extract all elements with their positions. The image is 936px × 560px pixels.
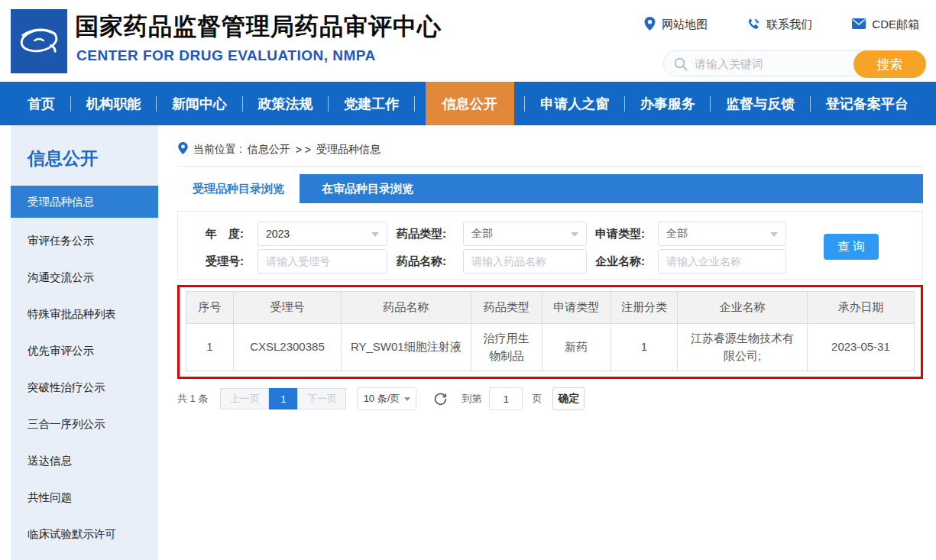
nav-divider bbox=[624, 96, 625, 112]
page-number-1[interactable]: 1 bbox=[269, 388, 297, 409]
nav-item-applicant-window[interactable]: 申请人之窗 bbox=[536, 82, 614, 125]
phone-icon bbox=[747, 18, 760, 33]
sidebar-item-special-approval[interactable]: 特殊审批品种列表 bbox=[11, 296, 158, 332]
col-header-index: 序号 bbox=[186, 292, 234, 324]
apply-type-select[interactable]: 全部 bbox=[658, 222, 786, 246]
tab-accepted-catalog[interactable]: 受理品种目录浏览 bbox=[177, 174, 300, 203]
nav-divider bbox=[328, 96, 329, 112]
nav-item-home[interactable]: 首页 bbox=[23, 82, 60, 125]
cde-mail-link[interactable]: CDE邮箱 bbox=[852, 18, 919, 32]
year-label: 年 度: bbox=[206, 222, 244, 246]
total-count-text: 共 1 条 bbox=[177, 392, 208, 406]
next-page-button[interactable]: 下一页 bbox=[297, 388, 346, 409]
cell-drug-name: RY_SW01细胞注射液 bbox=[341, 324, 471, 371]
search-bar: 搜索 bbox=[663, 50, 926, 76]
search-button[interactable]: 搜索 bbox=[853, 50, 926, 78]
sidebar-item-review-tasks[interactable]: 审评任务公示 bbox=[11, 222, 158, 259]
cell-date: 2023-05-31 bbox=[807, 324, 914, 371]
col-header-company: 企业名称 bbox=[678, 292, 808, 324]
year-value: 2023 bbox=[266, 228, 290, 240]
col-header-date: 承办日期 bbox=[807, 292, 914, 324]
breadcrumb-separator: > > bbox=[296, 144, 311, 156]
chevron-down-icon bbox=[770, 232, 778, 237]
goto-page-input[interactable] bbox=[489, 387, 523, 410]
sidebar-item-breakthrough-therapy[interactable]: 突破性治疗公示 bbox=[11, 369, 158, 406]
nav-item-functions[interactable]: 机构职能 bbox=[82, 82, 146, 125]
sidebar-item-communication[interactable]: 沟通交流公示 bbox=[11, 259, 158, 296]
sitemap-link[interactable]: 网站地图 bbox=[644, 17, 708, 33]
confirm-button[interactable]: 确定 bbox=[552, 387, 585, 410]
search-icon bbox=[674, 57, 688, 74]
logo-swoosh-icon bbox=[17, 21, 61, 62]
col-header-apply-type: 申请类型 bbox=[542, 292, 611, 324]
col-header-accept-no: 受理号 bbox=[233, 292, 341, 324]
nav-item-registration-platform[interactable]: 登记备案平台 bbox=[821, 82, 913, 125]
page-size-select[interactable]: 10 条/页 bbox=[357, 387, 416, 410]
drug-name-field-wrap bbox=[463, 249, 587, 274]
sidebar-item-common-issues[interactable]: 共性问题 bbox=[11, 479, 158, 516]
sidebar: 信息公开 受理品种信息 审评任务公示 沟通交流公示 特殊审批品种列表 优先审评公… bbox=[11, 125, 158, 560]
chevron-down-icon bbox=[571, 232, 578, 237]
breadcrumb-link-info-disclosure[interactable]: 信息公开 bbox=[248, 143, 290, 157]
sidebar-item-priority-review[interactable]: 优先审评公示 bbox=[11, 332, 158, 369]
nav-item-party[interactable]: 党建工作 bbox=[339, 82, 403, 125]
site-header: 国家药品监督管理局药品审评中心 CENTER FOR DRUG EVALUATI… bbox=[0, 0, 936, 82]
sidebar-item-accepted-varieties[interactable]: 受理品种信息 bbox=[11, 186, 158, 218]
prev-page-button[interactable]: 上一页 bbox=[220, 388, 269, 409]
drug-name-input[interactable] bbox=[471, 255, 578, 267]
drug-type-select[interactable]: 全部 bbox=[463, 222, 587, 246]
nav-divider bbox=[710, 96, 711, 112]
mail-icon bbox=[852, 18, 866, 31]
refresh-button[interactable] bbox=[433, 392, 448, 406]
annotation-highlight: 序号 受理号 药品名称 药品类型 申请类型 注册分类 企业名称 承办日期 1 C… bbox=[177, 285, 923, 379]
company-field-wrap bbox=[658, 249, 786, 274]
cell-accept-no: CXSL2300385 bbox=[233, 324, 341, 371]
main-content: 当前位置 : 信息公开 > > 受理品种信息 受理品种目录浏览 在审品种目录浏览… bbox=[177, 125, 923, 410]
main-nav: 首页 机构职能 新闻中心 政策法规 党建工作 信息公开 申请人之窗 办事服务 监… bbox=[0, 82, 936, 125]
company-input[interactable] bbox=[666, 255, 778, 267]
cell-drug-type: 治疗用生物制品 bbox=[471, 324, 542, 371]
cell-apply-type: 新药 bbox=[542, 324, 611, 371]
nav-item-news[interactable]: 新闻中心 bbox=[167, 82, 232, 125]
breadcrumb-link-accepted-varieties[interactable]: 受理品种信息 bbox=[316, 143, 381, 157]
table-row[interactable]: 1 CXSL2300385 RY_SW01细胞注射液 治疗用生物制品 新药 1 … bbox=[186, 324, 915, 371]
header-quick-links: 网站地图 联系我们 CDE邮箱 bbox=[644, 17, 919, 33]
col-header-reg-class: 注册分类 bbox=[611, 292, 678, 324]
site-title: 国家药品监督管理局药品审评中心 bbox=[75, 11, 442, 43]
sidebar-item-clinical-trial-license[interactable]: 临床试验默示许可 bbox=[11, 516, 158, 552]
tab-bar: 受理品种目录浏览 在审品种目录浏览 bbox=[177, 174, 923, 203]
year-select[interactable]: 2023 bbox=[257, 222, 387, 246]
sidebar-item-delivery-info[interactable]: 送达信息 bbox=[11, 442, 158, 479]
accept-no-field-wrap bbox=[257, 249, 387, 274]
apply-type-label: 申请类型: bbox=[595, 222, 645, 246]
cell-company: 江苏睿源生物技术有限公司; bbox=[678, 324, 808, 371]
company-label: 企业名称: bbox=[595, 249, 645, 274]
location-pin-icon bbox=[178, 142, 188, 157]
cde-logo[interactable] bbox=[11, 9, 67, 73]
nav-item-services[interactable]: 办事服务 bbox=[636, 82, 700, 125]
map-pin-icon bbox=[644, 17, 656, 33]
sidebar-item-three-in-one[interactable]: 三合一序列公示 bbox=[11, 406, 158, 442]
tab-under-review-catalog[interactable]: 在审品种目录浏览 bbox=[300, 174, 436, 203]
col-header-drug-name: 药品名称 bbox=[341, 292, 471, 324]
breadcrumb: 当前位置 : 信息公开 > > 受理品种信息 bbox=[177, 125, 923, 167]
sidebar-menu: 受理品种信息 审评任务公示 沟通交流公示 特殊审批品种列表 优先审评公示 突破性… bbox=[11, 186, 158, 552]
drug-type-value: 全部 bbox=[471, 227, 493, 241]
query-button[interactable]: 查 询 bbox=[824, 234, 879, 260]
accept-no-label: 受理号: bbox=[206, 249, 244, 274]
cell-index: 1 bbox=[186, 324, 234, 371]
site-subtitle: CENTER FOR DRUG EVALUATION, NMPA bbox=[76, 47, 376, 64]
nav-item-supervision[interactable]: 监督与反馈 bbox=[721, 82, 799, 125]
nav-divider bbox=[524, 96, 525, 112]
nav-item-info-disclosure[interactable]: 信息公开 bbox=[426, 82, 514, 125]
nav-divider bbox=[156, 96, 157, 112]
nav-item-policies[interactable]: 政策法规 bbox=[254, 82, 318, 125]
accept-no-input[interactable] bbox=[266, 255, 379, 267]
contact-link[interactable]: 联系我们 bbox=[747, 18, 812, 33]
sidebar-title: 信息公开 bbox=[11, 125, 158, 170]
cde-mail-label: CDE邮箱 bbox=[872, 18, 919, 32]
goto-page-unit: 页 bbox=[532, 392, 542, 406]
filter-panel: 年 度: 2023 药品类型: 全部 申请类型: 全部 受理号: 药品名称: 企… bbox=[177, 211, 923, 280]
sitemap-label: 网站地图 bbox=[662, 18, 708, 32]
pagination: 共 1 条 上一页 1 下一页 10 条/页 到第 页 确定 bbox=[177, 387, 923, 410]
